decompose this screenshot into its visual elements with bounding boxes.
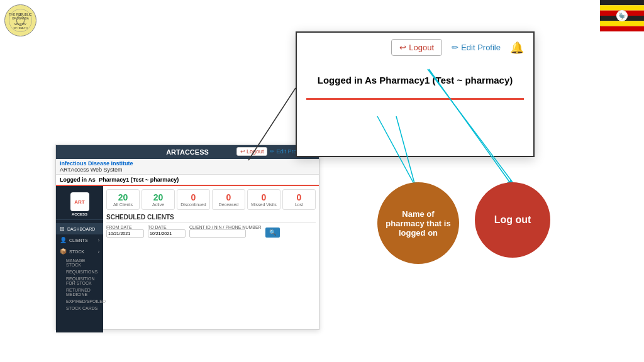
chevron-right-icon2: › xyxy=(98,250,99,254)
missed-visits-value: 0 xyxy=(249,192,279,202)
popup-logged-in: Logged in As Pharmacy1 (Test ~ pharmacy) xyxy=(297,62,533,92)
app-subheader: Infectious Disease Institute ARTAccess W… xyxy=(56,159,319,175)
stock-submenu: MANAGE STOCK REQUISITIONS REQUISITION FO… xyxy=(56,257,103,312)
missed-visits-label: Missed Visits xyxy=(249,202,279,207)
stats-grid: 20 All Clients 20 Active 0 Discontinued … xyxy=(106,189,316,210)
logout-label-large: Logout xyxy=(409,43,434,52)
deceased-label: Deceased xyxy=(214,202,243,207)
filter-row: FROM DATE TO DATE CLIENT ID / NIN / PHON… xyxy=(106,225,316,238)
app-window-small: ARTACCESS ↩ Logout ✏ Edit Profile 🔔 Infe… xyxy=(55,145,319,330)
pharmacy-name-annotation-text: Name of pharmacy that is logged on xyxy=(384,209,453,238)
popup-topbar: ↩ Logout ✏ Edit Profile 🔔 xyxy=(297,33,533,62)
dashboard-label: DASHBOARD xyxy=(67,227,95,231)
to-date-group: TO DATE xyxy=(148,225,186,238)
art-access-logo: ART xyxy=(70,192,89,211)
stock-icon: 📦 xyxy=(60,248,67,255)
pencil-icon-large: ✏ xyxy=(452,43,458,52)
app-sidebar: ART ACCESS ⊞ DASHBOARD 👤 CLIENTS › 📦 STO… xyxy=(56,186,103,332)
sidebar-item-requisitions[interactable]: REQUISITIONS xyxy=(64,268,103,275)
client-id-label: CLIENT ID / NIN / PHONE NUMBER xyxy=(189,225,262,229)
pencil-icon-small: ✏ xyxy=(270,148,275,155)
discontinued-value: 0 xyxy=(179,192,208,202)
sidebar-item-expired-spoiled[interactable]: EXPIRED/SPOILED xyxy=(64,298,103,305)
ministry-logo: THE REPUBLIC OF UGANDA MINISTRY OF HEALT… xyxy=(3,3,38,38)
all-clients-value: 20 xyxy=(108,192,138,202)
svg-rect-9 xyxy=(600,5,644,10)
lost-label: Lost xyxy=(284,202,314,207)
dashboard-icon: ⊞ xyxy=(60,226,65,232)
popup-window: ↩ Logout ✏ Edit Profile 🔔 Logged in As P… xyxy=(296,31,535,157)
edit-profile-button-large[interactable]: ✏ Edit Profile xyxy=(452,43,501,52)
edit-profile-label-large: Edit Profile xyxy=(461,43,501,52)
app-title: ARTACCESS xyxy=(166,148,209,156)
search-button[interactable]: 🔍 xyxy=(265,228,280,238)
stat-missed-visits: 0 Missed Visits xyxy=(247,189,280,210)
sidebar-item-returned-medicine[interactable]: RETURNED MEDICINE xyxy=(64,287,103,298)
sidebar-item-manage-stock[interactable]: MANAGE STOCK xyxy=(64,257,103,268)
app-body: ART ACCESS ⊞ DASHBOARD 👤 CLIENTS › 📦 STO… xyxy=(56,186,319,332)
logged-in-user: Pharmacy1 (Test ~ pharmacy) xyxy=(99,177,179,183)
svg-point-0 xyxy=(5,5,36,36)
logout-icon-small: ↩ xyxy=(240,148,245,155)
scheduled-title: SCHEDULED CLIENTS xyxy=(106,214,316,222)
client-id-input[interactable] xyxy=(189,229,246,238)
app-main-content: 20 All Clients 20 Active 0 Discontinued … xyxy=(103,186,319,332)
sidebar-logo: ART ACCESS xyxy=(56,189,103,220)
svg-text:🦤: 🦤 xyxy=(618,12,626,20)
stat-all-clients: 20 All Clients xyxy=(106,189,140,210)
popup-logged-in-prefix: Logged in As xyxy=(318,75,377,85)
logout-annotation-text: Log out xyxy=(494,214,531,226)
sidebar-item-stock[interactable]: 📦 STOCK › xyxy=(56,246,103,257)
svg-rect-12 xyxy=(600,21,644,26)
pharmacy-name-annotation: Name of pharmacy that is logged on xyxy=(377,182,459,264)
client-id-group: CLIENT ID / NIN / PHONE NUMBER xyxy=(189,225,262,238)
stat-deceased: 0 Deceased xyxy=(212,189,245,210)
from-date-label: FROM DATE xyxy=(106,225,144,229)
svg-text:OF HEALTH: OF HEALTH xyxy=(13,26,27,30)
logged-in-label: Logged in As xyxy=(60,177,96,183)
svg-rect-8 xyxy=(600,0,644,5)
institute-name: Infectious Disease Institute xyxy=(60,160,315,167)
logout-button-small[interactable]: ↩ Logout xyxy=(236,147,268,156)
chevron-right-icon: › xyxy=(98,238,99,243)
active-value: 20 xyxy=(143,192,173,202)
system-name: ARTAccess Web System xyxy=(60,167,315,173)
sidebar-item-requisition-for-stock[interactable]: REQUISITION FOR STOCK xyxy=(64,275,103,287)
active-label: Active xyxy=(143,202,173,207)
deceased-value: 0 xyxy=(214,192,243,202)
sidebar-item-stock-cards[interactable]: STOCK CARDS xyxy=(64,305,103,312)
stat-active: 20 Active xyxy=(142,189,175,210)
to-date-label: TO DATE xyxy=(148,225,186,229)
logout-icon-large: ↩ xyxy=(399,43,406,52)
all-clients-label: All Clients xyxy=(108,202,138,207)
stock-label: STOCK xyxy=(69,250,84,254)
popup-divider xyxy=(306,98,524,100)
stat-discontinued: 0 Discontinued xyxy=(177,189,210,210)
logged-in-bar: Logged in As Pharmacy1 (Test ~ pharmacy) xyxy=(56,175,319,186)
clients-icon: 👤 xyxy=(60,237,67,243)
sidebar-item-clients[interactable]: 👤 CLIENTS › xyxy=(56,234,103,246)
lost-value: 0 xyxy=(284,192,314,202)
svg-rect-13 xyxy=(600,26,644,31)
logout-annotation: Log out xyxy=(475,182,550,258)
from-date-input[interactable] xyxy=(106,229,144,238)
sidebar-item-dashboard[interactable]: ⊞ DASHBOARD xyxy=(56,223,103,234)
uganda-flag-right: 🦤 xyxy=(600,0,644,31)
discontinued-label: Discontinued xyxy=(179,202,208,207)
bell-icon-large[interactable]: 🔔 xyxy=(510,41,524,55)
stat-lost: 0 Lost xyxy=(282,189,316,210)
svg-text:OF UGANDA: OF UGANDA xyxy=(12,17,29,20)
popup-logged-in-user: Pharmacy1 (Test ~ pharmacy) xyxy=(379,75,513,85)
clients-label: CLIENTS xyxy=(69,238,88,243)
from-date-group: FROM DATE xyxy=(106,225,144,238)
logout-button-large[interactable]: ↩ Logout xyxy=(391,39,442,56)
app-topbar: ARTACCESS ↩ Logout ✏ Edit Profile 🔔 xyxy=(56,145,319,159)
to-date-input[interactable] xyxy=(148,229,186,238)
scheduled-section: SCHEDULED CLIENTS FROM DATE TO DATE CLIE… xyxy=(106,214,316,238)
